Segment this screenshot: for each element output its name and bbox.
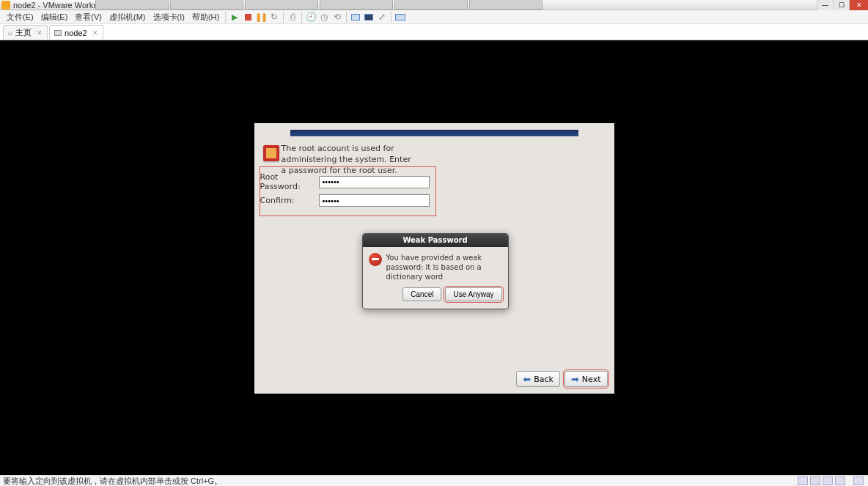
fullscreen-icon[interactable]: [363, 11, 375, 23]
arrow-left-icon: ⬅: [523, 374, 531, 385]
device-icon[interactable]: [810, 476, 820, 485]
close-tab-icon[interactable]: ✕: [37, 29, 43, 37]
weak-password-dialog: Weak Password You have provided a weak p…: [362, 233, 509, 309]
clock-icon[interactable]: 🕘: [305, 11, 317, 23]
restart-icon[interactable]: ↻: [268, 11, 280, 23]
menu-edit[interactable]: 编辑(E): [37, 10, 72, 24]
root-password-input[interactable]: [319, 176, 430, 188]
background-browser-tabs: [95, 0, 542, 10]
close-tab-icon[interactable]: ✕: [92, 29, 98, 37]
back-button[interactable]: ⬅ Back: [516, 371, 560, 387]
maximize-button[interactable]: ☐: [833, 0, 849, 10]
use-anyway-button[interactable]: Use Anyway: [445, 287, 501, 301]
confirm-password-label: Confirm:: [260, 196, 319, 205]
password-fields-highlight: Root Password: Confirm:: [260, 167, 435, 216]
revert-icon[interactable]: ⟲: [331, 11, 343, 23]
dialog-title: Weak Password: [363, 234, 508, 247]
root-password-label: Root Password:: [260, 172, 319, 191]
device-icon[interactable]: [798, 476, 808, 485]
snapshot-icon[interactable]: ⎙: [287, 11, 298, 23]
console-view-icon[interactable]: [350, 11, 361, 23]
stop-icon[interactable]: [242, 11, 254, 23]
tab-node2-label: node2: [65, 29, 87, 37]
dialog-message: You have provided a weak password: it is…: [386, 253, 502, 281]
device-icon[interactable]: [835, 476, 845, 485]
menu-vm[interactable]: 虚拟机(M): [106, 10, 150, 24]
vm-display[interactable]: The root account is used for administeri…: [0, 40, 868, 475]
home-icon: ⌂: [8, 29, 12, 37]
anaconda-installer-panel: The root account is used for administeri…: [254, 123, 614, 394]
menu-tabs[interactable]: 选项卡(I): [150, 10, 188, 24]
tab-bar: ⌂ 主页 ✕ node2 ✕: [0, 24, 868, 40]
cancel-button[interactable]: Cancel: [402, 287, 441, 301]
next-button[interactable]: ➡ Next: [564, 371, 608, 387]
menu-file[interactable]: 文件(E): [3, 10, 37, 24]
tab-home-label: 主页: [15, 27, 32, 38]
menu-help[interactable]: 帮助(H): [188, 10, 223, 24]
arrow-right-icon: ➡: [571, 374, 579, 385]
next-button-label: Next: [582, 375, 601, 384]
close-button[interactable]: ✕: [849, 0, 868, 10]
device-icon[interactable]: [823, 476, 833, 485]
library-icon[interactable]: [394, 11, 406, 23]
minimize-button[interactable]: —: [817, 0, 833, 10]
menu-view[interactable]: 查看(V): [71, 10, 106, 24]
unity-icon[interactable]: ⤢: [376, 11, 388, 23]
menu-toolbar: 文件(E) 编辑(E) 查看(V) 虚拟机(M) 选项卡(I) 帮助(H) ▶ …: [0, 10, 868, 24]
error-icon: [369, 253, 382, 266]
root-user-icon: [263, 145, 279, 161]
vm-icon: [54, 30, 62, 36]
tab-node2[interactable]: node2 ✕: [49, 25, 103, 40]
pause-icon[interactable]: ❚❚: [255, 11, 267, 23]
status-device-icons: [798, 476, 864, 485]
confirm-password-input[interactable]: [319, 194, 430, 207]
tab-home[interactable]: ⌂ 主页 ✕: [3, 25, 48, 40]
status-message: 要将输入定向到该虚拟机，请在虚拟机内部单击或按 Ctrl+G。: [3, 476, 222, 487]
snapshot-manager-icon[interactable]: ◷: [318, 11, 330, 23]
app-icon: [1, 1, 10, 10]
status-bar: 要将输入定向到该虚拟机，请在虚拟机内部单击或按 Ctrl+G。: [0, 475, 868, 486]
installer-header-bar: [290, 130, 578, 136]
play-icon[interactable]: ▶: [229, 11, 240, 23]
device-icon[interactable]: [853, 476, 864, 485]
window-titlebar: node2 - VMware Workstation — ☐ ✕: [0, 0, 868, 10]
back-button-label: Back: [534, 375, 553, 384]
